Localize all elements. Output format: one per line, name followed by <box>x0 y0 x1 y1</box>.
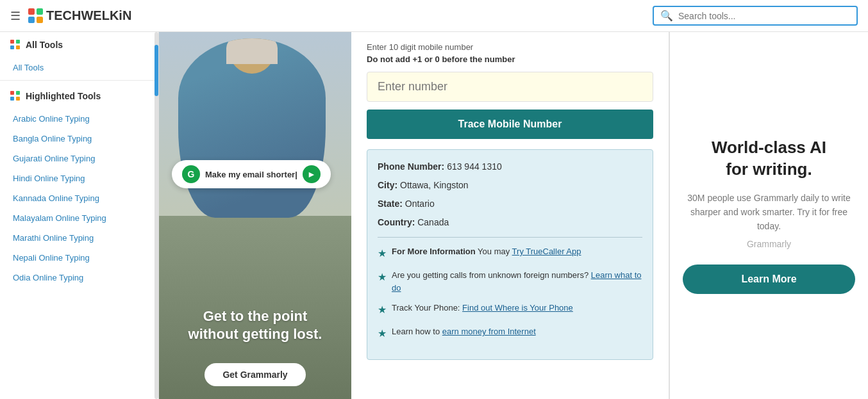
trace-warning: Do not add +1 or 0 before the number <box>367 54 653 64</box>
info-text-2: Are you getting calls from unknown forei… <box>392 269 642 294</box>
ad-panel: G Make my email shorter| ► Get to the po… <box>159 32 351 399</box>
sidebar-divider <box>0 80 158 81</box>
ad-headline: Get to the point without getting lost. <box>172 307 338 344</box>
results-panel: Phone Number: 613 944 1310 City: Ottawa,… <box>367 149 653 360</box>
phone-value: 613 944 1310 <box>447 161 502 172</box>
all-tools-label: All Tools <box>26 40 63 50</box>
learn-what-to-do-link[interactable]: Learn what to do <box>392 270 642 293</box>
person-body <box>178 38 326 218</box>
logo[interactable]: TECHWELKiN <box>28 8 131 24</box>
info-item-1: ★ For More Information You may Try TrueC… <box>378 245 642 261</box>
info-text-4: Learn how to earn money from Internet <box>392 325 536 338</box>
state-label: State: <box>378 199 403 209</box>
sidebar-item-odia[interactable]: Odia Online Typing <box>0 268 158 288</box>
sidebar-item-all-tools[interactable]: All Tools <box>0 58 158 77</box>
info-item-4: ★ Learn how to earn money from Internet <box>378 325 642 341</box>
star-icon-4: ★ <box>378 326 387 341</box>
trace-panel: Enter 10 digit mobile number Do not add … <box>351 32 669 399</box>
star-icon-2: ★ <box>378 270 387 285</box>
sidebar-item-hindi[interactable]: Hindi Online Typing <box>0 168 158 188</box>
trace-warning-text: add +1 or 0 before the number <box>393 54 515 64</box>
result-state: State: Ontario <box>378 197 642 211</box>
logo-icon <box>28 8 44 24</box>
country-value: Canada <box>417 217 449 227</box>
sidebar-scroll-thumb <box>154 45 158 96</box>
right-ad-brand: Grammarly <box>747 239 791 249</box>
sidebar-all-tools-header[interactable]: All Tools <box>0 32 158 58</box>
menu-icon[interactable]: ☰ <box>10 9 21 23</box>
grammarly-send-icon: ► <box>303 165 321 183</box>
trace-button[interactable]: Trace Mobile Number <box>367 110 653 139</box>
star-icon-1: ★ <box>378 246 387 261</box>
grammarly-badge-text: Make my email shorter| <box>205 170 297 179</box>
result-divider <box>378 237 642 238</box>
info-item-2: ★ Are you getting calls from unknown for… <box>378 269 642 294</box>
grid-icon-highlighted <box>10 91 21 101</box>
ad-background <box>159 32 351 399</box>
trace-instruction: Enter 10 digit mobile number <box>367 42 653 52</box>
sidebar-item-bangla[interactable]: Bangla Online Typing <box>0 129 158 149</box>
number-input[interactable] <box>367 72 653 102</box>
right-ad-cta-button[interactable]: Learn More <box>683 265 855 294</box>
right-ad-title: World-class AI for writing. <box>712 137 826 181</box>
right-ad-panel: World-class AI for writing. 30M people u… <box>669 32 868 399</box>
header: ☰ TECHWELKiN 🔍 <box>0 0 868 32</box>
city-label: City: <box>378 180 397 190</box>
sidebar-item-nepali[interactable]: Nepali Online Typing <box>0 248 158 268</box>
phone-label: Phone Number: <box>378 161 444 172</box>
sidebar-item-arabic[interactable]: Arabic Online Typing <box>0 109 158 129</box>
result-phone: Phone Number: 613 944 1310 <box>378 160 642 174</box>
truecaller-link[interactable]: Try TrueCaller App <box>512 247 581 256</box>
result-city: City: Ottawa, Kingston <box>378 179 642 192</box>
sidebar-item-malayalam[interactable]: Malayalam Online Typing <box>0 208 158 228</box>
find-phone-link[interactable]: Find out Where is Your Phone <box>462 303 573 313</box>
sidebar-item-marathi[interactable]: Marathi Online Typing <box>0 228 158 248</box>
ad-content: G Make my email shorter| ► Get to the po… <box>159 32 351 399</box>
logo-text: TECHWELKiN <box>46 8 131 23</box>
ad-cta-button[interactable]: Get Grammarly <box>204 363 305 386</box>
earn-money-link[interactable]: earn money from Internet <box>442 327 536 336</box>
right-ad-subtitle: 30M people use Grammarly daily to write … <box>683 191 855 234</box>
person-hat <box>226 38 278 64</box>
sidebar: All Tools All Tools Highlighted Tools Ar… <box>0 32 159 399</box>
search-container: 🔍 <box>653 6 858 26</box>
result-country: Country: Canada <box>378 216 642 229</box>
grammarly-g-logo: G <box>182 165 200 183</box>
star-icon-3: ★ <box>378 302 387 318</box>
sidebar-highlighted-tools-header[interactable]: Highlighted Tools <box>0 83 158 109</box>
info-item-3: ★ Track Your Phone: Find out Where is Yo… <box>378 302 642 318</box>
sidebar-item-gujarati[interactable]: Gujarati Online Typing <box>0 149 158 168</box>
info-text-3: Track Your Phone: Find out Where is Your… <box>392 302 573 314</box>
layout: All Tools All Tools Highlighted Tools Ar… <box>0 32 868 399</box>
grammarly-badge: G Make my email shorter| ► <box>172 160 331 188</box>
sidebar-item-kannada[interactable]: Kannada Online Typing <box>0 188 158 208</box>
state-value: Ontario <box>405 199 435 209</box>
sidebar-scrollbar[interactable] <box>154 32 158 399</box>
main-content: G Make my email shorter| ► Get to the po… <box>159 32 868 399</box>
search-icon: 🔍 <box>660 10 673 22</box>
highlighted-tools-label: Highlighted Tools <box>26 91 101 101</box>
search-input[interactable] <box>678 11 850 21</box>
city-value: Ottawa, Kingston <box>400 180 469 190</box>
country-label: Country: <box>378 217 415 227</box>
info-text-1: For More Information You may Try TrueCal… <box>392 245 581 258</box>
grid-icon <box>10 40 21 50</box>
trace-warning-bold: Do not <box>367 54 393 64</box>
